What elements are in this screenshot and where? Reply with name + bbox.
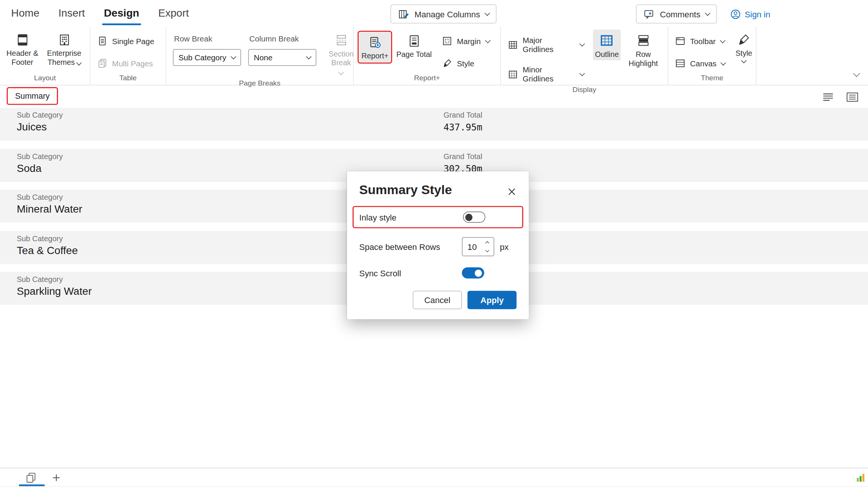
chevron-down-icon [579,41,585,47]
summary-tab[interactable]: Summary [7,87,58,105]
tab-design[interactable]: Design [103,4,141,23]
single-page-icon [97,36,108,46]
canvas-theme-button[interactable]: Canvas [672,57,728,70]
px-unit-label: px [500,242,509,251]
bottom-bar [0,468,868,487]
row-break-select[interactable]: Sub Category [173,49,241,66]
header-footer-button[interactable]: Header & Footer [4,29,41,68]
category-value: Mineral Water [17,203,82,216]
tab-export[interactable]: Export [157,4,190,23]
space-between-rows-label: Space between Rows [359,242,462,251]
collapse-ribbon-button[interactable] [854,68,859,78]
toolbar-theme-label: Toolbar [690,37,716,46]
grand-total-label: Grand Total [443,152,482,160]
cancel-button[interactable]: Cancel [413,291,462,309]
manage-columns-button[interactable]: Manage Columns [390,5,496,23]
canvas-theme-label: Canvas [690,59,717,68]
list-view-button[interactable] [819,89,837,104]
tab-home[interactable]: Home [10,4,41,23]
category-label: Sub Category [17,275,92,283]
column-break-value: None [254,53,273,62]
outline-button[interactable]: Outline [593,29,621,60]
view-toggles [819,89,862,104]
section-break-button[interactable]: Section Break [326,29,356,77]
grand-total-label: Grand Total [443,111,482,119]
enterprise-themes-label: Enterprise Themes [45,49,84,67]
chevron-down-icon [741,58,747,63]
canvas-icon [675,58,686,69]
minor-gridlines-button[interactable]: Minor Gridlines [505,64,587,84]
group-label-display: Display [501,84,668,97]
major-gridlines-button[interactable]: Major Gridlines [505,35,587,55]
apply-button[interactable]: Apply [468,291,517,309]
multi-pages-button[interactable]: Multi Pages [94,57,157,70]
report-style-label: Style [457,59,474,68]
margin-label: Margin [457,37,481,46]
report-plus-button[interactable]: Report+ [359,32,391,62]
theme-style-button[interactable]: Style [733,29,754,63]
minor-gridlines-label: Minor Gridlines [523,65,575,83]
sync-scroll-toggle[interactable] [462,267,484,279]
card-view-button[interactable] [844,89,861,104]
theme-style-icon [737,33,751,47]
page-total-label: Page Total [396,50,432,59]
space-between-rows-stepper [462,237,494,256]
sync-scroll-label: Sync Scroll [359,268,462,277]
style-brush-icon [442,58,452,69]
annotation-box-report-plus: Report+ [358,31,392,63]
toggle-knob [465,213,472,221]
add-sheet-button[interactable] [51,473,61,485]
app: Home Insert Design Export Manage Columns… [0,0,868,487]
chart-logo-icon [856,473,865,485]
comments-label: Comments [660,9,700,18]
toolbar-icon [675,36,686,46]
chevron-down-icon [720,37,726,43]
category-label: Sub Category [17,193,82,201]
chevron-down-icon [76,60,82,66]
stepper-down-button[interactable] [481,247,493,256]
sync-scroll-row: Sync Scroll [359,267,517,279]
person-icon [730,8,741,20]
dialog-close-button[interactable] [506,185,518,198]
tab-insert[interactable]: Insert [57,4,86,23]
category-value: Soda [17,162,63,175]
toggle-knob [475,269,482,276]
row-break-label: Row Break [174,34,241,43]
report-plus-icon [368,36,382,50]
active-sheet-indicator [19,484,44,486]
single-page-button[interactable]: Single Page [94,35,157,47]
row-highlight-label: Row Highlight [625,50,662,68]
category-value: Sparkling Water [17,285,92,298]
outline-label: Outline [595,50,619,59]
report-style-button[interactable]: Style [439,57,492,70]
space-between-rows-input[interactable] [463,238,481,256]
margin-button[interactable]: Margin [439,35,492,47]
page-total-button[interactable]: Page Total [394,31,434,60]
comments-button[interactable]: Comments [636,5,717,23]
enterprise-themes-icon [57,33,71,47]
column-break-select[interactable]: None [248,49,316,66]
inlay-style-toggle[interactable] [463,211,485,223]
stepper-up-button[interactable] [481,238,493,247]
sign-in-button[interactable]: Sign in [730,5,770,23]
group-layout: Header & Footer Enterprise Themes Layout [0,27,90,85]
row-highlight-button[interactable]: Row Highlight [623,29,664,69]
dialog-title: Summary Style [359,182,517,197]
enterprise-themes-button[interactable]: Enterprise Themes [43,29,86,68]
chevron-down-icon [231,54,236,60]
ribbon-tabbar: Home Insert Design Export Manage Columns… [0,0,868,27]
sheet-tab-button[interactable] [24,472,37,486]
summary-row[interactable]: Sub CategoryJuices Grand Total437.95m [0,108,868,141]
chevron-down-icon [704,10,710,16]
sheet-icon [24,472,37,484]
toolbar-theme-button[interactable]: Toolbar [672,35,728,47]
inlay-style-row-annotated: Inlay style [353,206,523,228]
category-label: Sub Category [17,152,63,160]
group-spacer [756,27,868,85]
group-label-table: Table [90,72,166,85]
comment-add-icon [643,8,655,20]
chevron-down-icon [579,70,585,76]
minor-gridlines-icon [507,69,518,80]
space-between-rows-row: Space between Rows px [359,237,517,256]
group-table: Single Page Multi Pages Table [90,27,166,85]
